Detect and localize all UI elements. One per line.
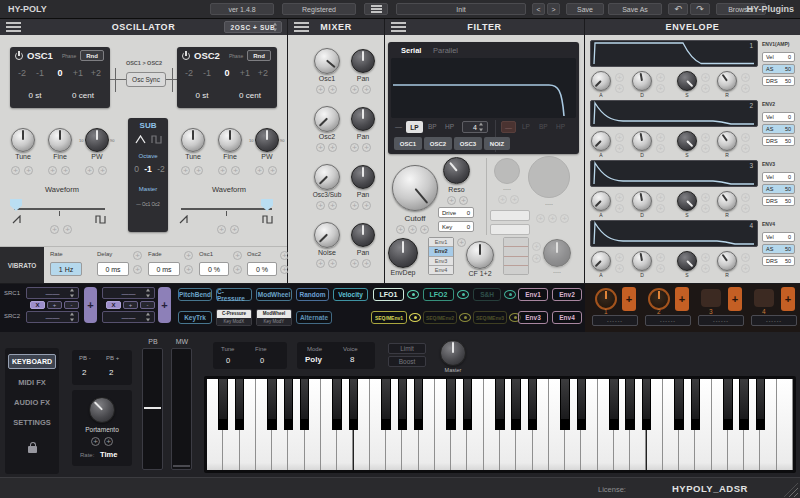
pitch-wheel[interactable] — [142, 348, 163, 470]
mod-source-env3[interactable]: Env3 — [518, 311, 548, 324]
mod-assign-button[interactable] — [656, 253, 665, 262]
mod-source-seq3[interactable]: SEQ/MEnv3 — [473, 311, 507, 324]
env3-display[interactable]: 3 — [590, 160, 758, 187]
filter-input-osc3-button[interactable]: OSC3 — [454, 137, 482, 150]
mod-source-cpressure-keymodx[interactable]: C-Pressure Key ModX — [216, 309, 252, 326]
env2-drs-field[interactable]: DRS50 — [762, 136, 795, 146]
env4-drs-field[interactable]: DRS50 — [762, 256, 795, 266]
mod-assign-button[interactable] — [362, 85, 371, 94]
mod-assign-button[interactable] — [510, 195, 519, 204]
mod-assign-button[interactable] — [48, 166, 57, 175]
env3-drs-field[interactable]: DRS50 — [762, 196, 795, 206]
filter2-key-field[interactable] — [490, 224, 530, 235]
mod-assign-button[interactable] — [133, 265, 142, 274]
filter1-lp-button[interactable]: LP — [406, 121, 423, 133]
env3-attack-knob[interactable] — [591, 191, 611, 211]
mod-assign-button[interactable] — [362, 143, 371, 152]
tab-audio-fx[interactable]: AUDIO FX — [8, 398, 56, 407]
mod-assign-button[interactable] — [701, 253, 710, 262]
global-fine-value[interactable]: 0 — [260, 356, 264, 365]
mod-assign-button[interactable] — [328, 85, 337, 94]
piano-black-key[interactable] — [381, 379, 391, 430]
osc1-tune-knob[interactable] — [11, 128, 35, 152]
mod-assign-button[interactable] — [615, 264, 624, 273]
osc2-octave-p1[interactable]: +1 — [237, 68, 253, 78]
mod-assign-button[interactable] — [701, 193, 710, 202]
mod-source-random[interactable]: Random — [296, 288, 329, 301]
piano-white-key[interactable] — [777, 379, 793, 470]
mod-assign-button[interactable] — [11, 166, 20, 175]
mod-assign-button[interactable] — [61, 166, 70, 175]
mixer-osc3sub-pan-knob[interactable] — [351, 165, 375, 189]
mod-source-env4[interactable]: Env4 — [552, 311, 582, 324]
macro2-knob[interactable] — [648, 288, 670, 310]
env2-as-field[interactable]: AS50 — [762, 124, 795, 134]
piano-black-key[interactable] — [235, 379, 245, 430]
osc1-semitone-value[interactable]: 0 st — [18, 91, 52, 100]
osc1-octave-m1[interactable]: -1 — [32, 68, 48, 78]
mod-assign-button[interactable] — [656, 204, 665, 213]
osc1-octave-p2[interactable]: +2 — [88, 68, 104, 78]
mod-source-keytrk[interactable]: KeyTrk — [178, 311, 212, 324]
mod-source-modwheel-keymody[interactable]: ModWheel Key ModY — [256, 309, 292, 326]
osc1-fine-knob[interactable] — [48, 128, 72, 152]
mod-assign-button[interactable] — [701, 264, 710, 273]
filter1-hp-button[interactable]: HP — [445, 123, 454, 130]
piano-black-key[interactable] — [674, 379, 684, 430]
mod-assign-button[interactable] — [217, 225, 226, 234]
pb-minus-value[interactable]: 2 — [82, 368, 86, 377]
mod-slot2-op-plus[interactable]: + — [123, 301, 138, 309]
sh-view-eye-icon[interactable] — [504, 290, 516, 299]
mod-assign-button[interactable] — [328, 143, 337, 152]
piano-black-key[interactable] — [414, 379, 424, 430]
env2-attack-knob[interactable] — [591, 131, 611, 151]
macro4-assign-button[interactable] — [781, 287, 795, 311]
macro1-knob[interactable] — [595, 288, 617, 310]
mixer-osc2-pan-knob[interactable] — [351, 107, 375, 131]
mod-assign-button[interactable] — [350, 85, 359, 94]
filter-cutoff-knob[interactable] — [392, 165, 438, 211]
mod-assign-button[interactable] — [24, 166, 33, 175]
mod-assign-button[interactable] — [459, 196, 468, 205]
mod-assign-button[interactable] — [701, 73, 710, 82]
mod-source-lfo1[interactable]: LFO1 — [373, 288, 404, 301]
mod-slot1-src2-select[interactable]: —— — [26, 311, 79, 323]
sub-octave-0[interactable]: 0 — [132, 164, 141, 174]
filter1-off-button[interactable]: — — [395, 123, 402, 130]
env3-sustain-knob[interactable] — [677, 191, 697, 211]
env1-drs-field[interactable]: DRS50 — [762, 76, 795, 86]
mod-assign-button[interactable] — [656, 73, 665, 82]
mod-source-seq2[interactable]: SEQ/MEnv2 — [423, 311, 457, 324]
mod-assign-button[interactable] — [656, 264, 665, 273]
filter2-cf-knob[interactable] — [543, 239, 571, 267]
filter-response-display[interactable] — [391, 58, 576, 118]
mod-assign-button[interactable] — [328, 259, 337, 268]
mod-assign-button[interactable] — [50, 225, 59, 234]
global-tune-value[interactable]: 0 — [226, 356, 230, 365]
osc2-pw-knob[interactable] — [255, 128, 279, 152]
piano-black-key[interactable] — [218, 379, 228, 430]
mod-assign-button[interactable] — [615, 144, 624, 153]
master-volume-knob[interactable] — [440, 340, 466, 366]
env4-decay-knob[interactable] — [632, 251, 652, 271]
piano-black-key[interactable] — [739, 379, 749, 430]
next-preset-button[interactable]: > — [547, 3, 560, 15]
mod-assign-button[interactable] — [457, 238, 466, 247]
macro2-assign-button[interactable] — [675, 287, 689, 311]
mod-assign-button[interactable] — [701, 204, 710, 213]
lfo2-view-eye-icon[interactable] — [457, 290, 469, 299]
mod-assign-button[interactable] — [362, 259, 371, 268]
env1-as-field[interactable]: AS50 — [762, 64, 795, 74]
macro1-assign-button[interactable] — [622, 287, 636, 311]
piano-black-key[interactable] — [625, 379, 635, 430]
mod-slot1-src1-select[interactable]: —— — [26, 287, 79, 299]
triangle-wave-icon[interactable] — [135, 135, 146, 144]
env1-release-knob[interactable] — [717, 71, 737, 91]
filter-env4-option[interactable]: Env4 — [429, 266, 453, 274]
mod-assign-button[interactable] — [316, 85, 325, 94]
mod-assign-button[interactable] — [656, 84, 665, 93]
vibrato-delay-field[interactable]: 0 ms — [97, 262, 129, 276]
mod-assign-button[interactable] — [233, 265, 242, 274]
seq2-view-eye-icon[interactable] — [459, 313, 471, 322]
env4-attack-knob[interactable] — [591, 251, 611, 271]
